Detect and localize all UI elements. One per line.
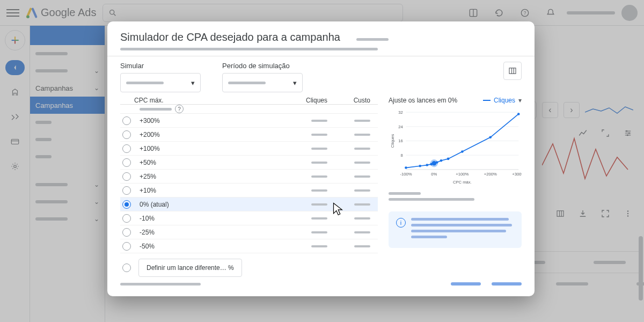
col-cost: Custo	[335, 97, 378, 104]
bid-option-label: +50%	[134, 159, 281, 166]
svg-rect-28	[509, 68, 516, 74]
svg-text:24: 24	[398, 125, 403, 129]
bid-option-radio[interactable]	[122, 186, 131, 195]
svg-text:0%: 0%	[431, 172, 437, 177]
bid-option-label: +100%	[134, 145, 281, 152]
clicks-value-placeholder	[311, 245, 327, 247]
bid-option-row[interactable]: 0% (atual)	[120, 197, 378, 211]
title-placeholder	[356, 38, 389, 41]
bid-option-row[interactable]: +25%	[120, 170, 378, 184]
bid-option-row[interactable]: -25%	[120, 225, 378, 239]
svg-point-55	[447, 158, 450, 160]
clicks-value-placeholder	[311, 175, 327, 178]
bid-option-label: -50%	[134, 243, 281, 250]
bid-option-row[interactable]: +10%	[120, 184, 378, 197]
clicks-value-placeholder	[311, 148, 327, 150]
col-clicks: Cliques	[281, 97, 335, 104]
svg-text:32: 32	[398, 110, 402, 115]
col-cpc: CPC máx.	[120, 97, 281, 104]
period-dropdown[interactable]: ▾	[222, 73, 303, 92]
bid-option-radio[interactable]	[122, 214, 131, 223]
info-icon: i	[396, 218, 406, 228]
dialog-subtitle-placeholder	[120, 48, 378, 50]
footer-info-placeholder	[120, 283, 201, 286]
columns-toggle-button[interactable]	[503, 62, 522, 80]
bid-option-radio[interactable]	[122, 116, 131, 125]
dialog-title: Simulador de CPA desejado para a campanh…	[120, 31, 340, 43]
bid-option-label: 0% (atual)	[134, 201, 281, 208]
bid-option-row[interactable]: +50%	[120, 156, 378, 170]
cost-value-placeholder	[354, 134, 370, 136]
chart-series-label: Cliques	[494, 97, 515, 104]
svg-point-56	[461, 150, 464, 153]
info-callout: i	[389, 211, 522, 248]
bid-option-label: -25%	[134, 229, 281, 236]
bid-option-radio[interactable]	[122, 228, 131, 237]
cost-value-placeholder	[354, 217, 370, 219]
clicks-value-placeholder	[311, 162, 327, 164]
cost-value-placeholder	[354, 203, 370, 206]
simulate-label: Simular	[120, 62, 201, 70]
help-tooltip-icon[interactable]: ?	[175, 105, 184, 113]
svg-point-51	[432, 161, 437, 166]
svg-text:+300%: +300%	[512, 172, 522, 177]
bid-option-label: +300%	[134, 117, 281, 125]
svg-text:+200%: +200%	[484, 172, 497, 177]
bid-option-label: +200%	[134, 131, 281, 138]
svg-point-49	[426, 164, 428, 166]
clicks-value-placeholder	[311, 120, 327, 122]
svg-text:-100%: -100%	[400, 172, 412, 177]
bid-option-radio[interactable]	[122, 130, 131, 139]
bid-option-row[interactable]: +300%	[120, 114, 378, 128]
primary-action-button[interactable]	[492, 282, 522, 286]
bid-option-row[interactable]: -10%	[120, 211, 378, 225]
cost-value-placeholder	[354, 162, 370, 164]
simulator-chart: 8162432Cliques-100%0%+100%+200%+300%CPC …	[389, 106, 522, 187]
custom-bid-radio[interactable]	[122, 264, 131, 272]
bid-option-row[interactable]: +200%	[120, 128, 378, 142]
svg-text:+100%: +100%	[456, 172, 469, 177]
bid-option-row[interactable]: +100%	[120, 142, 378, 156]
chart-series-dropdown[interactable]: Cliques ▾	[483, 97, 522, 104]
clicks-value-placeholder	[311, 203, 327, 206]
clicks-value-placeholder	[311, 189, 327, 192]
bid-option-row[interactable]: -50%	[120, 239, 378, 253]
clicks-value-placeholder	[311, 134, 327, 136]
simulate-dropdown[interactable]: ▾	[120, 73, 201, 92]
cost-value-placeholder	[354, 189, 370, 192]
chart-header: Ajuste os lances em 0%	[389, 97, 457, 104]
bid-option-label: +25%	[134, 173, 281, 180]
bid-option-label: +10%	[134, 187, 281, 194]
bid-option-radio[interactable]	[122, 242, 131, 251]
bid-option-label: -10%	[134, 215, 281, 222]
simulation-table: CPC máx. Cliques Custo ? +300%+200%+100%…	[120, 97, 378, 267]
bid-option-radio[interactable]	[122, 144, 131, 153]
chart-caption-placeholder	[389, 198, 474, 201]
cost-value-placeholder	[354, 120, 370, 122]
svg-text:8: 8	[400, 153, 402, 158]
svg-point-53	[436, 161, 438, 164]
bid-option-radio[interactable]	[122, 200, 131, 209]
bid-simulator-dialog: Simulador de CPA desejado para a campanh…	[107, 21, 535, 296]
bid-option-radio[interactable]	[122, 158, 131, 167]
cost-value-placeholder	[354, 231, 370, 233]
cost-value-placeholder	[354, 245, 370, 247]
svg-text:Cliques: Cliques	[390, 134, 395, 148]
bid-option-radio[interactable]	[122, 172, 131, 181]
svg-point-58	[517, 113, 520, 115]
cost-value-placeholder	[354, 148, 370, 150]
clicks-value-placeholder	[311, 231, 327, 233]
period-label: Período de simulação	[222, 62, 303, 70]
svg-point-47	[405, 166, 407, 169]
clicks-value-placeholder	[311, 217, 327, 219]
cost-value-placeholder	[354, 175, 370, 178]
svg-text:CPC máx.: CPC máx.	[453, 180, 472, 185]
svg-point-54	[440, 159, 443, 162]
columns-icon	[508, 66, 517, 76]
chart-caption-placeholder	[389, 192, 421, 195]
svg-point-57	[489, 136, 492, 139]
svg-text:16: 16	[398, 138, 402, 143]
secondary-action-button[interactable]	[451, 282, 481, 286]
svg-point-48	[419, 165, 421, 167]
